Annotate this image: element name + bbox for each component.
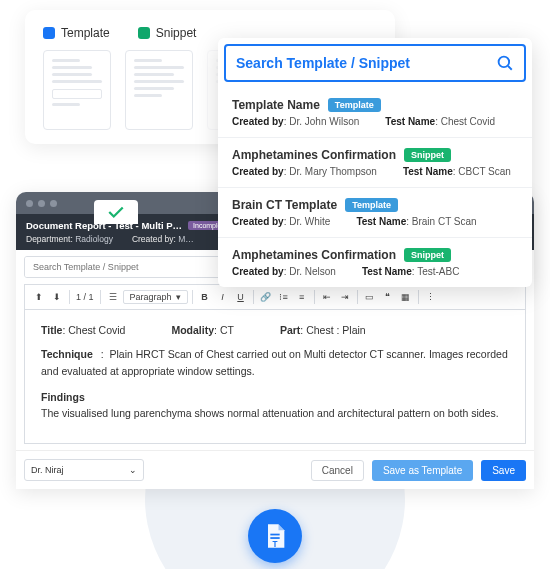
snippet-badge: Snippet <box>404 248 451 262</box>
upload-icon[interactable]: ⬆ <box>31 288 47 306</box>
cancel-button[interactable]: Cancel <box>311 460 364 481</box>
doc-thumbnail[interactable] <box>125 50 193 130</box>
page-indicator: 1 / 1 <box>74 288 96 306</box>
square-icon <box>138 27 150 39</box>
save-as-template-button[interactable]: Save as Template <box>372 460 473 481</box>
doctor-select-value: Dr. Niraj <box>31 465 64 475</box>
editor-body[interactable]: Title: Chest Covid Modality: CT Part: Ch… <box>24 310 526 444</box>
editor-toolbar: ⬆ ⬇ 1 / 1 ☰ Paragraph▾ B I U 🔗 ⁝≡ ≡ ⇤ ⇥ … <box>24 284 526 310</box>
doctor-select[interactable]: Dr. Niraj ⌄ <box>24 459 144 481</box>
italic-button[interactable]: I <box>215 288 231 306</box>
list-icon[interactable]: ☰ <box>105 288 121 306</box>
legend-snippet-label: Snippet <box>156 26 197 40</box>
legend-template-label: Template <box>61 26 110 40</box>
quote-icon[interactable]: ❝ <box>380 288 396 306</box>
image-icon[interactable]: ▭ <box>362 288 378 306</box>
result-name: Amphetamines Confirmation <box>232 148 396 162</box>
search-dropdown-panel: Search Template / Snippet Template NameT… <box>218 38 532 287</box>
template-badge: Template <box>345 198 398 212</box>
search-input-main[interactable]: Search Template / Snippet <box>224 44 526 82</box>
template-badge-icon: T <box>248 509 302 563</box>
outdent-icon[interactable]: ⇤ <box>319 288 335 306</box>
search-icon <box>496 54 514 72</box>
bottom-action-bar: Dr. Niraj ⌄ Cancel Save as Template Save <box>16 450 534 489</box>
svg-rect-6 <box>270 534 279 536</box>
link-icon[interactable]: 🔗 <box>258 288 274 306</box>
snippet-badge: Snippet <box>404 148 451 162</box>
legend-template: Template <box>43 26 110 40</box>
search-result[interactable]: Amphetamines ConfirmationSnippet Created… <box>218 138 532 188</box>
square-icon <box>43 27 55 39</box>
svg-line-1 <box>508 66 512 70</box>
template-badge: Template <box>328 98 381 112</box>
document-template-icon: T <box>261 522 289 550</box>
window-dot-icon <box>26 200 33 207</box>
result-name: Amphetamines Confirmation <box>232 248 396 262</box>
bold-button[interactable]: B <box>197 288 213 306</box>
save-button[interactable]: Save <box>481 460 526 481</box>
more-icon[interactable]: ⋮ <box>423 288 439 306</box>
underline-button[interactable]: U <box>233 288 249 306</box>
window-dot-icon <box>50 200 57 207</box>
window-dot-icon <box>38 200 45 207</box>
paragraph-select[interactable]: Paragraph▾ <box>123 290 188 304</box>
numbered-list-icon[interactable]: ≡ <box>294 288 310 306</box>
doc-thumbnail[interactable] <box>43 50 111 130</box>
download-icon[interactable]: ⬇ <box>49 288 65 306</box>
search-placeholder: Search Template / Snippet <box>236 55 488 71</box>
search-result[interactable]: Amphetamines ConfirmationSnippet Created… <box>218 238 532 287</box>
result-name: Brain CT Template <box>232 198 337 212</box>
bullet-list-icon[interactable]: ⁝≡ <box>276 288 292 306</box>
check-icon <box>107 205 125 219</box>
search-result[interactable]: Template NameTemplate Created by: Dr. Jo… <box>218 88 532 138</box>
svg-point-0 <box>499 57 510 68</box>
search-result[interactable]: Brain CT TemplateTemplate Created by: Dr… <box>218 188 532 238</box>
legend-snippet: Snippet <box>138 26 197 40</box>
chevron-down-icon: ▾ <box>176 292 181 302</box>
active-tab[interactable] <box>94 200 138 224</box>
table-icon[interactable]: ▦ <box>398 288 414 306</box>
chevron-down-icon: ⌄ <box>129 465 137 475</box>
indent-icon[interactable]: ⇥ <box>337 288 353 306</box>
svg-text:T: T <box>273 540 278 549</box>
result-name: Template Name <box>232 98 320 112</box>
